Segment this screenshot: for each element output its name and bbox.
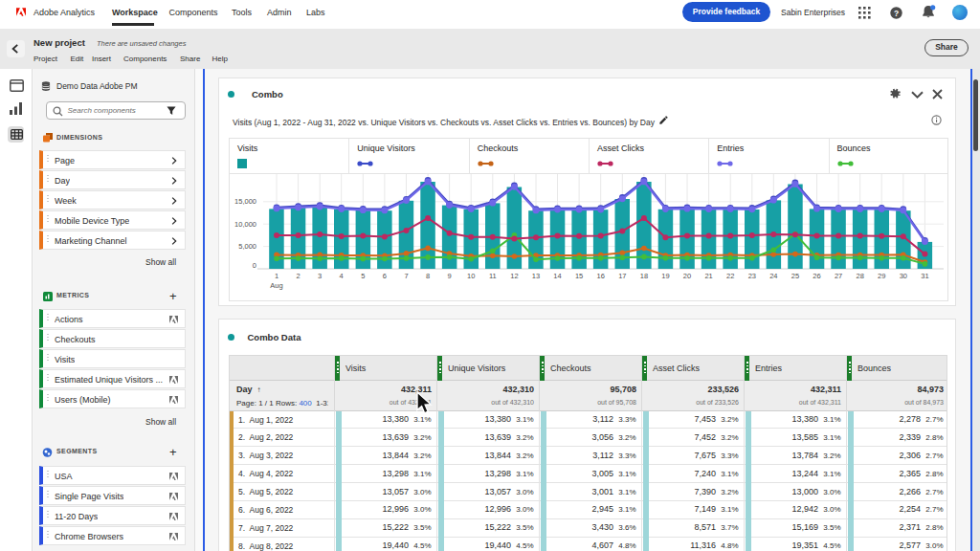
- svg-text:5,000: 5,000: [238, 242, 256, 251]
- svg-text:10,000: 10,000: [234, 220, 256, 229]
- svg-text:3: 3: [318, 272, 322, 280]
- svg-text:0: 0: [253, 261, 256, 270]
- svg-text:15: 15: [575, 272, 583, 280]
- svg-text:23: 23: [748, 272, 756, 280]
- svg-text:31: 31: [921, 272, 928, 280]
- svg-text:19: 19: [661, 272, 669, 280]
- svg-text:14: 14: [553, 272, 561, 280]
- svg-text:15,000: 15,000: [234, 197, 256, 206]
- svg-text:Aug: Aug: [270, 281, 282, 290]
- svg-text:4: 4: [340, 272, 344, 280]
- svg-text:5: 5: [361, 272, 365, 280]
- svg-text:21: 21: [704, 272, 712, 280]
- svg-text:20: 20: [683, 272, 691, 280]
- svg-text:25: 25: [791, 272, 799, 280]
- svg-text:18: 18: [640, 272, 648, 280]
- svg-text:6: 6: [383, 272, 387, 280]
- svg-text:2: 2: [297, 272, 301, 280]
- svg-text:10: 10: [467, 272, 475, 280]
- svg-text:24: 24: [769, 272, 777, 280]
- svg-text:28: 28: [857, 272, 864, 280]
- svg-text:11: 11: [489, 272, 497, 280]
- svg-text:26: 26: [813, 272, 820, 280]
- svg-text:30: 30: [900, 272, 907, 280]
- svg-text:13: 13: [532, 272, 540, 280]
- svg-text:16: 16: [597, 272, 605, 280]
- svg-text:22: 22: [726, 272, 734, 280]
- svg-text:9: 9: [448, 272, 452, 280]
- svg-text:?: ?: [894, 9, 899, 18]
- svg-text:12: 12: [510, 272, 518, 280]
- svg-text:8: 8: [426, 272, 430, 280]
- svg-text:7: 7: [404, 272, 408, 280]
- svg-text:27: 27: [835, 272, 842, 280]
- svg-text:1: 1: [275, 272, 278, 280]
- svg-text:29: 29: [878, 272, 885, 280]
- svg-text:17: 17: [618, 272, 626, 280]
